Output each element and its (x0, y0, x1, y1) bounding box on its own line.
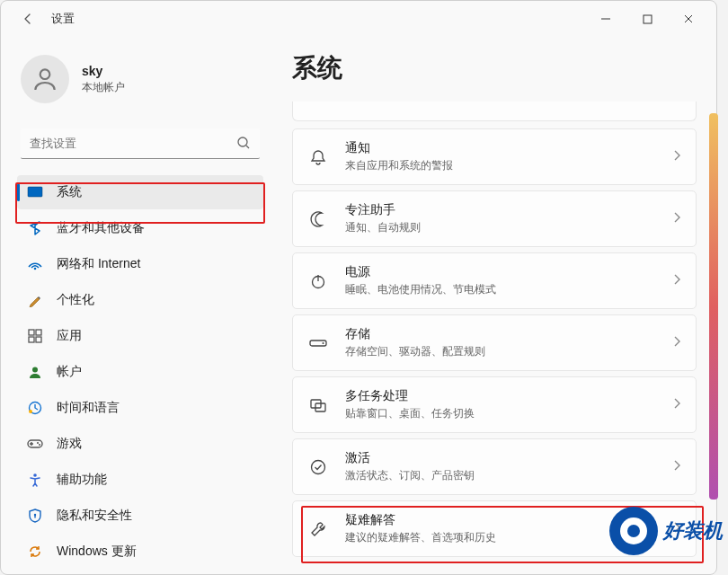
sidebar-item-accounts[interactable]: 帐户 (17, 355, 263, 389)
update-icon (26, 543, 44, 561)
svg-point-7 (34, 268, 37, 270)
sidebar-item-label: 游戏 (57, 436, 82, 452)
svg-rect-5 (28, 187, 42, 197)
svg-point-16 (37, 442, 39, 444)
apps-icon (26, 327, 44, 345)
main-panel: 系统 通知来自应用和系统的警报专注助手通知、自动规则电源睡眠、电池使用情况、节电… (271, 37, 716, 574)
sidebar-item-system[interactable]: 系统 (17, 175, 263, 209)
sidebar-item-personalize[interactable]: 个性化 (17, 283, 263, 317)
minimize-button[interactable] (585, 4, 626, 33)
avatar (21, 55, 69, 103)
card-desc: 来自应用和系统的警报 (345, 158, 656, 173)
chevron-right-icon (672, 149, 681, 165)
svg-point-2 (40, 69, 50, 79)
chevron-right-icon (672, 459, 681, 475)
chevron-right-icon (672, 397, 681, 413)
sidebar-item-apps[interactable]: 应用 (17, 319, 263, 353)
svg-rect-8 (29, 330, 34, 335)
storage-icon (307, 332, 329, 354)
svg-line-4 (246, 146, 249, 148)
accessibility-icon (26, 471, 44, 489)
svg-point-27 (312, 460, 325, 473)
card-troubleshoot[interactable]: 疑难解答建议的疑难解答、首选项和历史 (292, 500, 697, 557)
window-controls (585, 4, 709, 33)
card-title: 多任务处理 (345, 388, 656, 404)
sidebar-item-label: 帐户 (57, 364, 82, 380)
card-storage[interactable]: 存储存储空间、驱动器、配置规则 (292, 314, 697, 371)
sidebar-item-bluetooth[interactable]: 蓝牙和其他设备 (17, 211, 263, 245)
svg-point-17 (39, 444, 40, 446)
personalize-icon (26, 291, 44, 309)
sidebar-item-update[interactable]: Windows 更新 (17, 535, 263, 569)
svg-rect-11 (36, 337, 41, 342)
system-icon (26, 183, 44, 201)
card-title: 疑难解答 (345, 512, 656, 528)
account-block[interactable]: sky 本地帐户 (21, 55, 260, 103)
moon-icon (307, 208, 329, 230)
activation-icon (307, 456, 329, 478)
sidebar-item-label: 蓝牙和其他设备 (57, 220, 145, 236)
svg-point-18 (33, 473, 37, 477)
sidebar-item-label: 个性化 (57, 292, 94, 308)
sidebar-item-privacy[interactable]: 隐私和安全性 (17, 499, 263, 533)
network-icon (26, 255, 44, 273)
card-title: 专注助手 (345, 202, 656, 218)
titlebar: 设置 (1, 1, 716, 37)
sidebar-item-label: 时间和语言 (57, 400, 120, 416)
card-moon[interactable]: 专注助手通知、自动规则 (292, 190, 697, 247)
svg-point-3 (238, 137, 247, 146)
page-heading: 系统 (292, 51, 697, 85)
card-power[interactable]: 电源睡眠、电池使用情况、节电模式 (292, 252, 697, 309)
chevron-right-icon (672, 273, 681, 289)
svg-rect-1 (644, 15, 652, 23)
card-title: 存储 (345, 326, 656, 342)
sidebar-item-label: 隐私和安全性 (57, 508, 132, 524)
account-name: sky (82, 64, 125, 78)
troubleshoot-icon (307, 518, 329, 540)
sidebar-item-time[interactable]: 时间和语言 (17, 391, 263, 425)
card-activation[interactable]: 激活激活状态、订阅、产品密钥 (292, 438, 697, 495)
card-title: 通知 (345, 140, 656, 156)
search-box (21, 128, 260, 159)
sidebar: sky 本地帐户 系统蓝牙和其他设备网络和 Internet个性化应用帐户时间和… (1, 37, 271, 574)
card-title: 激活 (345, 450, 656, 466)
multitask-icon (307, 394, 329, 416)
sidebar-item-label: 网络和 Internet (57, 256, 140, 272)
maximize-button[interactable] (626, 4, 668, 33)
card-desc: 通知、自动规则 (345, 220, 656, 235)
card-desc: 激活状态、订阅、产品密钥 (345, 468, 656, 483)
sidebar-item-accessibility[interactable]: 辅助功能 (17, 463, 263, 497)
card-desc: 贴靠窗口、桌面、任务切换 (345, 406, 656, 421)
app-title: 设置 (51, 11, 75, 27)
power-icon (307, 270, 329, 292)
accounts-icon (26, 363, 44, 381)
close-button[interactable] (668, 4, 709, 33)
sidebar-item-network[interactable]: 网络和 Internet (17, 247, 263, 281)
svg-point-24 (323, 342, 324, 344)
privacy-icon (26, 507, 44, 525)
settings-cards: 通知来自应用和系统的警报专注助手通知、自动规则电源睡眠、电池使用情况、节电模式存… (292, 102, 697, 557)
bluetooth-icon (26, 219, 44, 237)
svg-point-19 (34, 514, 36, 516)
account-type: 本地帐户 (82, 80, 125, 95)
card-bell[interactable]: 通知来自应用和系统的警报 (292, 128, 697, 185)
search-input[interactable] (21, 128, 260, 159)
sidebar-item-gaming[interactable]: 游戏 (17, 427, 263, 461)
chevron-right-icon (672, 335, 681, 351)
chevron-right-icon (672, 211, 681, 227)
sidebar-item-label: Windows 更新 (57, 544, 137, 560)
svg-point-14 (29, 410, 32, 413)
svg-point-12 (32, 367, 38, 373)
svg-rect-9 (36, 330, 41, 335)
gaming-icon (26, 435, 44, 453)
back-button[interactable] (15, 6, 40, 31)
card-desc: 睡眠、电池使用情况、节电模式 (345, 282, 656, 297)
time-icon (26, 399, 44, 417)
svg-rect-10 (29, 337, 34, 342)
card-partial-top (292, 102, 697, 121)
card-desc: 建议的疑难解答、首选项和历史 (345, 530, 656, 545)
sidebar-item-label: 辅助功能 (57, 472, 107, 488)
svg-rect-20 (34, 516, 35, 518)
card-multitask[interactable]: 多任务处理贴靠窗口、桌面、任务切换 (292, 376, 697, 433)
decorative-edge-stripe (709, 113, 718, 500)
